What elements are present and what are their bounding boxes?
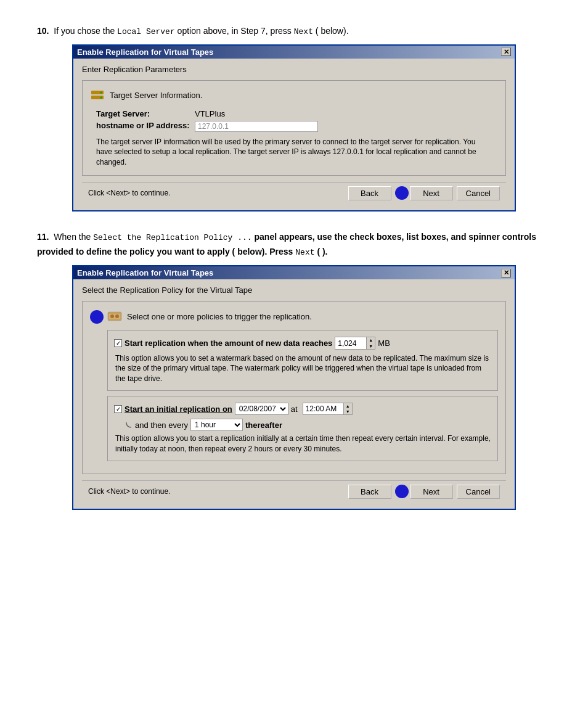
dialog-11-footer-text: Click <Next> to continue.: [88, 487, 348, 496]
watermark-checkbox-row: Start replication when the amount of new…: [114, 337, 491, 349]
ip-label: hostname or IP address:: [96, 121, 195, 132]
next-wrapper-11: Next: [395, 485, 453, 499]
dialog-10-close-button[interactable]: ✕: [501, 47, 511, 56]
curve-icon: [125, 421, 133, 429]
blue-dot-11: [395, 485, 409, 498]
step-10-text-post: ( below).: [313, 26, 349, 36]
dialog-11-titlebar: Enable Replication for Virtual Tapes ✕: [73, 266, 515, 279]
dialog-10-cancel-button[interactable]: Cancel: [457, 186, 500, 200]
step-10-text-mid: option above, in Step 7, press: [175, 26, 294, 36]
schedule-date-select[interactable]: 02/08/2007: [235, 403, 288, 415]
step-11-block: 11. When the Select the Replication Poli…: [37, 230, 551, 510]
dialog-11-cancel-button[interactable]: Cancel: [457, 485, 500, 499]
step-11-intro: 11. When the Select the Replication Poli…: [37, 230, 551, 260]
dialog-11-panel-header: Select one or more policies to trigger t…: [107, 309, 498, 324]
dialog-10-info-grid: Target Server: VTLPlus hostname or IP ad…: [90, 109, 498, 132]
svg-point-3: [100, 96, 102, 98]
dialog-10-panel-title: Target Server Information.: [110, 91, 202, 100]
step-10-number: 10.: [37, 26, 49, 36]
tape-icon: [107, 309, 122, 324]
watermark-arrows: ▲ ▼: [366, 337, 375, 348]
svg-point-2: [100, 91, 102, 93]
dialog-10-description: The target server IP information will be…: [90, 137, 498, 168]
policy-content: Select one or more policies to trigger t…: [107, 309, 498, 466]
watermark-policy-section: Start replication when the amount of new…: [107, 330, 498, 391]
interval-select[interactable]: 1 hour 30 minutes 2 hours 4 hours: [190, 419, 243, 431]
dialog-11-subtitle: Select the Replication Policy for the Vi…: [82, 285, 506, 295]
dialog-10-body: Enter Replication Parameters Target Serv…: [73, 59, 515, 210]
svg-point-6: [110, 314, 114, 318]
dialog-10-panel: Target Server Information. Target Server…: [82, 80, 506, 176]
dialog-11-footer: Click <Next> to continue. Back Next Canc…: [82, 480, 506, 503]
step-11-dialog: Enable Replication for Virtual Tapes ✕ S…: [72, 265, 516, 509]
step-10-dialog: Enable Replication for Virtual Tapes ✕ E…: [72, 44, 516, 211]
schedule-policy-section: Start an initial replication on 02/08/20…: [107, 396, 498, 461]
dialog-10-subtitle: Enter Replication Parameters: [82, 65, 506, 74]
schedule-checkbox-row: Start an initial replication on 02/08/20…: [114, 403, 491, 415]
step-11-text-post: ( ).: [315, 247, 328, 257]
interval-desc: This option allows you to start a replic…: [115, 433, 491, 454]
watermark-unit: MB: [378, 339, 390, 348]
left-dot-row: Select one or more policies to trigger t…: [90, 309, 498, 466]
blue-dot-left-11: [90, 310, 104, 324]
step-11-code1: Select the Replication Policy ...: [93, 233, 251, 242]
step-10-code1: Local Server: [117, 27, 175, 36]
dialog-11-close-button[interactable]: ✕: [501, 269, 511, 277]
step-11-number: 11.: [37, 232, 49, 242]
schedule-label: Start an initial replication on: [125, 404, 232, 414]
target-server-label: Target Server:: [96, 109, 195, 118]
dialog-10-next-button[interactable]: Next: [410, 186, 453, 200]
schedule-checkbox[interactable]: [114, 405, 122, 413]
dialog-10-title: Enable Replication for Virtual Tapes: [77, 47, 213, 57]
dialog-10-panel-header: Target Server Information.: [90, 88, 498, 103]
next-wrapper-10: Next: [395, 186, 453, 200]
svg-point-7: [115, 314, 119, 318]
dialog-11-panel-title: Select one or more policies to trigger t…: [127, 312, 312, 321]
watermark-checkbox[interactable]: [114, 339, 122, 347]
server-icon: [90, 88, 105, 103]
watermark-value-input[interactable]: [335, 337, 366, 348]
dialog-11-next-button[interactable]: Next: [410, 485, 453, 499]
ip-input[interactable]: [195, 121, 318, 132]
dialog-11-title: Enable Replication for Virtual Tapes: [77, 268, 213, 277]
dialog-11-body: Select the Replication Policy for the Vi…: [73, 279, 515, 508]
step-10-intro: 10. If you chose the Local Server option…: [37, 25, 551, 38]
dialog-11-back-button[interactable]: Back: [348, 485, 391, 499]
time-arrows: ▲ ▼: [343, 403, 352, 414]
step-10-text-pre: If you chose the: [54, 26, 117, 36]
time-down-arrow[interactable]: ▼: [344, 409, 352, 414]
watermark-down-arrow[interactable]: ▼: [367, 343, 375, 349]
interval-row: and then every 1 hour 30 minutes 2 hours…: [125, 419, 491, 431]
watermark-spinner[interactable]: ▲ ▼: [335, 337, 375, 349]
dialog-11-buttons: Back Next Cancel: [348, 485, 500, 499]
time-up-arrow[interactable]: ▲: [344, 403, 352, 409]
dialog-10-titlebar: Enable Replication for Virtual Tapes ✕: [73, 46, 515, 59]
interval-pre: and then every: [135, 421, 188, 430]
blue-dot-10: [395, 186, 409, 200]
watermark-up-arrow[interactable]: ▲: [367, 337, 375, 343]
step-11-text-pre: When the: [54, 232, 93, 242]
dialog-10-footer-text: Click <Next> to continue.: [88, 189, 348, 197]
dialog-10-back-button[interactable]: Back: [348, 186, 391, 200]
step-11-code2: Next: [295, 248, 314, 257]
watermark-label: Start replication when the amount of new…: [125, 339, 332, 348]
dialog-10-footer: Click <Next> to continue. Back Next Canc…: [82, 182, 506, 204]
time-value-input[interactable]: [303, 403, 343, 414]
step-10-block: 10. If you chose the Local Server option…: [37, 25, 551, 211]
step-10-code2: Next: [294, 27, 313, 36]
schedule-at: at: [291, 404, 298, 414]
time-spinner[interactable]: ▲ ▼: [303, 403, 353, 415]
dialog-10-buttons: Back Next Cancel: [348, 186, 500, 200]
dialog-11-panel: Select one or more policies to trigger t…: [82, 301, 506, 474]
watermark-desc: This option allows you to set a watermar…: [115, 353, 491, 384]
target-server-value: VTLPlus: [195, 109, 498, 118]
interval-post: thereafter: [245, 421, 282, 430]
